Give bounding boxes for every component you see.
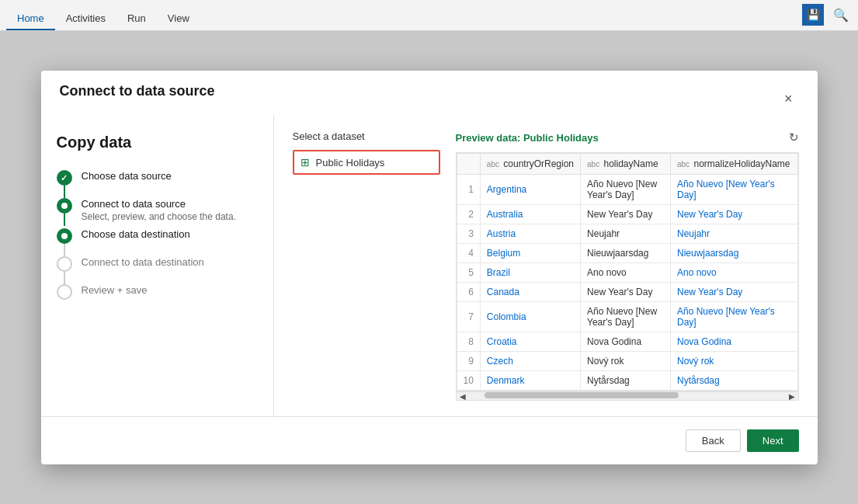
step-1-circle: ✓ xyxy=(57,170,72,186)
preview-title-dataset: Public Holidays xyxy=(523,132,599,144)
step-3-circle xyxy=(57,228,72,244)
tab-run[interactable]: Run xyxy=(116,8,157,30)
cell-holiday: New Year's Day xyxy=(581,283,671,302)
modal-overlay: Connect to data source × Copy data ✓ xyxy=(0,31,858,504)
preview-panel: Preview data: Public Holidays ↻ xyxy=(456,130,799,401)
cell-country: Australia xyxy=(480,205,580,224)
preview-header: Preview data: Public Holidays ↻ xyxy=(456,130,799,144)
top-bar: Home Activities Run View 💾 🔍 xyxy=(0,0,858,31)
close-button[interactable]: × xyxy=(778,88,799,110)
step-2-connector xyxy=(57,198,72,226)
step-3-text: Choose data destination xyxy=(82,228,190,246)
cell-country: Brazil xyxy=(480,263,580,283)
cell-normalized: Nova Godina xyxy=(670,332,797,352)
modal-footer: Back Next xyxy=(41,416,818,464)
table-row: 10 Denmark Nytårsdag Nytårsdag xyxy=(457,371,797,391)
step-1-connector: ✓ xyxy=(57,170,72,198)
main-background: Connect to data source × Copy data ✓ xyxy=(0,31,858,504)
th-holiday: abc holidayName xyxy=(581,154,671,175)
cell-country: Argentina xyxy=(480,175,580,205)
cell-row-num: 3 xyxy=(457,224,480,244)
cell-holiday: Nova Godina xyxy=(581,332,671,352)
col-type-country: abc xyxy=(487,160,499,169)
cell-country: Austria xyxy=(480,224,580,244)
tab-home[interactable]: Home xyxy=(6,8,55,30)
next-button[interactable]: Next xyxy=(747,429,799,452)
cell-holiday: Año Nuevo [New Year's Day] xyxy=(581,175,671,205)
cell-holiday: Neujahr xyxy=(581,224,671,244)
cell-country: Croatia xyxy=(480,332,580,352)
modal-header: Connect to data source × xyxy=(41,71,818,115)
cell-row-num: 8 xyxy=(457,332,480,352)
table-row: 1 Argentina Año Nuevo [New Year's Day] A… xyxy=(457,175,797,205)
step-2-circle xyxy=(57,198,72,214)
modal: Connect to data source × Copy data ✓ xyxy=(41,71,818,464)
step-3-label: Choose data destination xyxy=(82,228,190,240)
cell-normalized: Nytårsdag xyxy=(670,371,797,391)
cell-normalized: Año Nuevo [New Year's Day] xyxy=(670,302,797,332)
preview-title-prefix: Preview data: xyxy=(456,132,523,144)
cell-row-num: 2 xyxy=(457,205,480,224)
step-4-line xyxy=(64,272,65,284)
table-row: 9 Czech Nový rok Nový rok xyxy=(457,352,797,371)
cell-holiday: Año Nuevo [New Year's Day] xyxy=(581,302,671,332)
step-5-circle xyxy=(57,284,72,300)
step-1-line xyxy=(64,186,65,198)
step-5-text: Review + save xyxy=(82,284,148,302)
cell-holiday: Nový rok xyxy=(581,352,671,371)
table-row: 8 Croatia Nova Godina Nova Godina xyxy=(457,332,797,352)
steps: ✓ Choose data source xyxy=(57,170,258,312)
scrollbar-thumb[interactable] xyxy=(485,392,679,398)
scroll-left-arrow[interactable]: ◀ xyxy=(457,392,469,401)
table-header-row: abc countryOrRegion abc holidayName xyxy=(457,154,797,175)
cell-holiday: Ano novo xyxy=(581,263,671,283)
step-2-label: Connect to data source xyxy=(82,198,236,210)
data-table: abc countryOrRegion abc holidayName xyxy=(457,153,798,391)
step-4-label: Connect to data destination xyxy=(82,256,204,268)
table-row: 3 Austria Neujahr Neujahr xyxy=(457,224,797,244)
horizontal-scrollbar[interactable]: ◀ ▶ xyxy=(456,391,799,401)
col-type-holiday: abc xyxy=(587,160,599,169)
dataset-label: Public Holidays xyxy=(316,157,385,169)
step-2-text: Connect to data source Select, preview, … xyxy=(82,198,236,228)
table-body: 1 Argentina Año Nuevo [New Year's Day] A… xyxy=(457,175,797,391)
top-bar-icons: 💾 🔍 xyxy=(802,4,852,26)
save-button[interactable]: 💾 xyxy=(802,4,824,26)
cell-normalized: Ano novo xyxy=(670,263,797,283)
table-row: 4 Belgium Nieuwjaarsdag Nieuwjaarsdag xyxy=(457,244,797,263)
step-3-connector xyxy=(57,228,72,256)
check-icon-1: ✓ xyxy=(61,173,68,183)
step-2-sublabel: Select, preview, and choose the data. xyxy=(82,211,236,222)
cell-country: Denmark xyxy=(480,371,580,391)
modal-title: Connect to data source xyxy=(60,83,215,99)
col-type-normalized: abc xyxy=(677,160,690,169)
refresh-button[interactable]: ↻ xyxy=(789,130,799,144)
step-1-label: Choose data source xyxy=(82,170,172,182)
sidebar-title: Copy data xyxy=(57,134,258,151)
step-4-circle xyxy=(57,256,72,272)
cell-holiday: New Year's Day xyxy=(581,205,671,224)
cell-normalized: Nový rok xyxy=(670,352,797,371)
step-connect-destination: Connect to data destination xyxy=(57,256,258,284)
data-table-container[interactable]: abc countryOrRegion abc holidayName xyxy=(456,152,799,391)
tab-view[interactable]: View xyxy=(157,8,200,30)
cell-row-num: 5 xyxy=(457,263,480,283)
dataset-item-public-holidays[interactable]: ⊞ Public Holidays xyxy=(293,150,440,175)
dataset-panel-title: Select a dataset xyxy=(293,130,440,142)
back-button[interactable]: Back xyxy=(686,429,741,452)
cell-country: Canada xyxy=(480,283,580,302)
content-area: Select a dataset ⊞ Public Holidays Previ… xyxy=(274,115,818,416)
step-connect-source: Connect to data source Select, preview, … xyxy=(57,198,258,228)
cell-row-num: 4 xyxy=(457,244,480,263)
scroll-right-arrow[interactable]: ▶ xyxy=(786,392,798,401)
col-label-holiday: holidayName xyxy=(604,158,658,169)
step-3-line xyxy=(64,244,65,256)
tab-activities[interactable]: Activities xyxy=(55,8,116,30)
step-4-connector xyxy=(57,256,72,284)
step-choose-destination: Choose data destination xyxy=(57,228,258,256)
step-5-connector xyxy=(57,284,72,300)
cell-normalized: New Year's Day xyxy=(670,205,797,224)
search-button[interactable]: 🔍 xyxy=(830,4,852,26)
modal-body: Copy data ✓ Choose data source xyxy=(41,115,818,416)
th-normalized: abc normalizeHolidayName xyxy=(670,154,797,175)
